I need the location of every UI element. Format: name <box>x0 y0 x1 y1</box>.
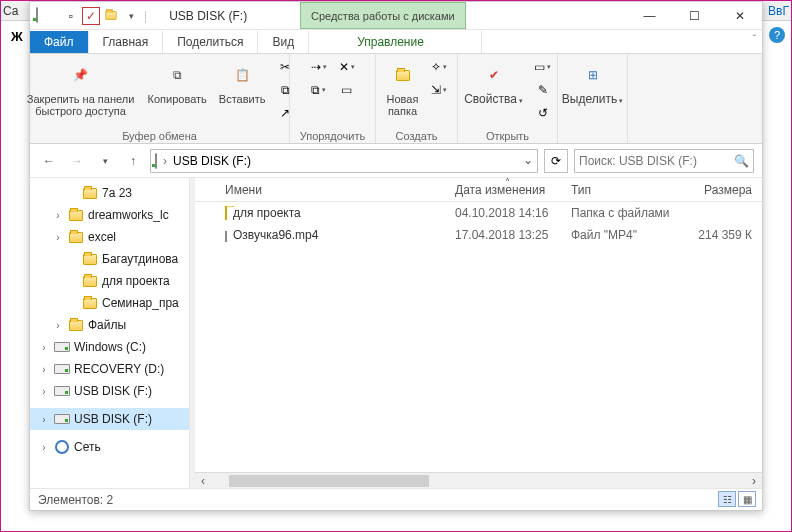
col-type[interactable]: Тип <box>571 183 687 197</box>
group-organize-label: Упорядочить <box>300 128 365 142</box>
chevron-right-icon[interactable]: › <box>163 154 167 168</box>
tab-file[interactable]: Файл <box>30 31 89 53</box>
recent-locations-button[interactable]: ▾ <box>94 150 116 172</box>
history-button[interactable]: ↺ <box>533 103 553 123</box>
file-name: для проекта <box>233 206 301 220</box>
expand-icon[interactable]: › <box>38 386 50 397</box>
tree-node[interactable]: ›RECOVERY (D:) <box>30 358 189 380</box>
drive-icon <box>155 154 157 168</box>
scroll-left-icon[interactable]: ‹ <box>195 474 211 488</box>
tree-node-label: для проекта <box>102 274 189 288</box>
tab-manage[interactable]: Управление <box>300 31 482 53</box>
open-button[interactable]: ▭▾ <box>533 57 553 77</box>
file-date: 17.04.2018 13:25 <box>455 228 571 242</box>
search-input[interactable] <box>579 154 734 168</box>
qat-checkbox[interactable]: ✓ <box>82 7 100 25</box>
qat-folder[interactable] <box>102 7 120 25</box>
file-list[interactable]: Имени Дата изменения Тип Размера ˄ для п… <box>195 178 762 488</box>
file-icon <box>225 228 227 242</box>
scroll-thumb[interactable] <box>229 475 429 487</box>
new-folder-button[interactable]: Новая папка <box>384 57 421 119</box>
view-large-icons-button[interactable]: ▦ <box>738 491 756 507</box>
tree-node[interactable]: ›USB DISK (F:) <box>30 380 189 402</box>
window-controls: — ☐ ✕ <box>627 2 762 30</box>
breadcrumb-current[interactable]: USB DISK (F:) <box>173 154 251 168</box>
tree-node[interactable]: ›excel <box>30 226 189 248</box>
host-right-fragment: ВвГ <box>768 4 789 18</box>
tree-node-label: dreamworks_lс <box>88 208 189 222</box>
paste-button[interactable]: 📋 Вставить <box>217 57 268 107</box>
search-icon[interactable]: 🔍 <box>734 154 749 168</box>
view-details-button[interactable]: ☷ <box>718 491 736 507</box>
help-icon[interactable]: ? <box>769 27 785 43</box>
easy-access-button[interactable]: ⇲▾ <box>429 80 449 100</box>
drive-icon <box>54 339 70 355</box>
close-button[interactable]: ✕ <box>717 2 762 30</box>
select-button[interactable]: ⊞ Выделить▾ <box>560 57 625 109</box>
tree-node[interactable]: Семинар_пра <box>30 292 189 314</box>
forward-button[interactable]: → <box>66 150 88 172</box>
moveto-button[interactable]: ⇢▾ <box>309 57 329 77</box>
tab-share[interactable]: Поделиться <box>163 31 258 53</box>
minimize-button[interactable]: — <box>627 2 672 30</box>
col-date[interactable]: Дата изменения <box>455 183 571 197</box>
address-bar[interactable]: › USB DISK (F:) ⌄ <box>150 149 538 173</box>
copyto-button[interactable]: ⧉▾ <box>309 80 329 100</box>
tree-node-label: USB DISK (F:) <box>74 412 189 426</box>
folder-icon <box>68 229 84 245</box>
tab-home[interactable]: Главная <box>89 31 164 53</box>
tree-node-label: Сеть <box>74 440 189 454</box>
folder-icon <box>68 317 84 333</box>
expand-icon[interactable]: › <box>52 232 64 243</box>
expand-icon[interactable]: › <box>38 364 50 375</box>
tree-node[interactable]: ›Файлы <box>30 314 189 336</box>
expand-icon[interactable]: › <box>38 414 50 425</box>
scroll-right-icon[interactable]: › <box>746 474 762 488</box>
up-button[interactable]: ↑ <box>122 150 144 172</box>
expand-icon[interactable]: › <box>52 320 64 331</box>
select-icon: ⊞ <box>577 59 609 91</box>
rename-button[interactable]: ▭ <box>337 80 357 100</box>
expand-icon[interactable]: › <box>38 442 50 453</box>
col-name[interactable]: Имени <box>225 183 455 197</box>
col-size[interactable]: Размера <box>687 183 762 197</box>
tree-node[interactable]: ›Windows (C:) <box>30 336 189 358</box>
drive-icon <box>36 8 52 24</box>
navigation-tree[interactable]: 7а 23›dreamworks_lс›excelБагаутдиновадля… <box>30 178 190 488</box>
expand-icon[interactable]: › <box>52 210 64 221</box>
list-row[interactable]: для проекта04.10.2018 14:16Папка с файла… <box>195 202 762 224</box>
ribbon-collapse-icon[interactable]: ˇ <box>753 34 756 45</box>
edit-button[interactable]: ✎ <box>533 80 553 100</box>
pin-to-quick-access-button[interactable]: 📌 Закрепить на панели быстрого доступа <box>24 57 138 119</box>
refresh-button[interactable]: ⟳ <box>544 149 568 173</box>
group-clipboard-label: Буфер обмена <box>122 128 197 142</box>
folder-icon <box>225 206 227 220</box>
tree-node[interactable]: для проекта <box>30 270 189 292</box>
file-type: Папка с файлами <box>571 206 687 220</box>
maximize-button[interactable]: ☐ <box>672 2 717 30</box>
properties-icon: ✔ <box>478 59 510 91</box>
back-button[interactable]: ← <box>38 150 60 172</box>
quick-access-toolbar: ▫ ✓ ▾ <box>62 7 140 25</box>
new-folder-icon <box>387 59 419 91</box>
list-row[interactable]: Озвучка96.mp417.04.2018 13:25Файл "MP4"2… <box>195 224 762 246</box>
ribbon: 📌 Закрепить на панели быстрого доступа ⧉… <box>30 54 762 144</box>
tree-node[interactable]: Багаутдинова <box>30 248 189 270</box>
properties-button[interactable]: ✔ Свойства▾ <box>462 57 525 109</box>
tree-node[interactable]: ›USB DISK (F:) <box>30 408 189 430</box>
horizontal-scrollbar[interactable]: ‹ › <box>195 472 762 488</box>
ribbon-tabs: Файл Главная Поделиться Вид Управление ˇ <box>30 30 762 54</box>
tree-node[interactable]: ›dreamworks_lс <box>30 204 189 226</box>
search-box[interactable]: 🔍 <box>574 149 754 173</box>
expand-icon[interactable]: › <box>38 342 50 353</box>
tree-node[interactable]: 7а 23 <box>30 182 189 204</box>
qat-dropdown[interactable]: ▾ <box>122 7 140 25</box>
tree-node[interactable]: ›Сеть <box>30 436 189 458</box>
qat-item[interactable]: ▫ <box>62 7 80 25</box>
delete-button[interactable]: ✕▾ <box>337 57 357 77</box>
copy-icon: ⧉ <box>161 59 193 91</box>
tree-node-label: Windows (C:) <box>74 340 189 354</box>
address-dropdown-icon[interactable]: ⌄ <box>523 153 533 167</box>
copy-button[interactable]: ⧉ Копировать <box>146 57 209 107</box>
new-item-button[interactable]: ✧▾ <box>429 57 449 77</box>
